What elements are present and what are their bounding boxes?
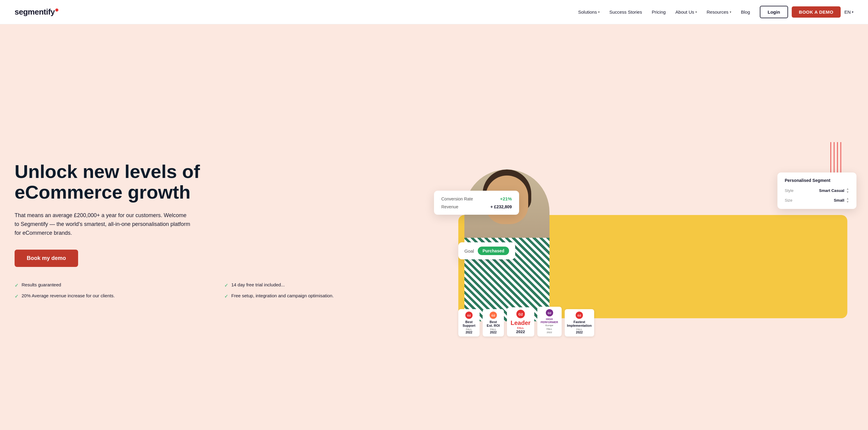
nav-item-blog[interactable]: Blog — [741, 9, 750, 14]
badge-best-roi-icon: G2 — [485, 311, 501, 320]
conversion-rate-card: Conversion Rate +21% Revenue + £232,809 — [434, 191, 519, 215]
segment-size-arrows: ▲▼ — [846, 197, 849, 203]
segment-style-row: Style Smart Casual ▲▼ — [785, 187, 849, 194]
chevron-down-icon: ▾ — [598, 10, 600, 14]
personalised-segment-card: Personalised Segment Style Smart Casual … — [777, 172, 857, 209]
badge-best-roi: G2 BestEst. ROI FALL 2022 — [483, 309, 504, 336]
badge-leader-fall: FALL — [510, 326, 531, 329]
nav-item-solutions[interactable]: Solutions ▾ — [578, 9, 600, 14]
badge-fastest-icon: G2 — [567, 311, 592, 320]
badge-leader: G2 Leader FALL 2022 — [507, 307, 534, 336]
revenue-row: Revenue + £232,809 — [441, 204, 512, 209]
badge-fastest-label: FastestImplementation — [567, 320, 592, 327]
badge-fastest-sub: FALL — [567, 328, 592, 331]
segment-size-label: Size — [785, 198, 792, 203]
check-icon-3: ✓ — [14, 293, 19, 299]
navbar: segmentify Solutions ▾ Success Stories P… — [0, 0, 868, 24]
logo-dot — [55, 8, 58, 11]
chevron-down-icon-resources: ▾ — [730, 10, 731, 14]
nav-link-pricing[interactable]: Pricing — [652, 9, 665, 14]
feature-item-4: ✓ Free setup, integration and campaign o… — [224, 293, 422, 299]
revenue-label: Revenue — [441, 204, 458, 209]
badge-best-support-label: BestSupport — [461, 320, 477, 327]
svg-text:G2: G2 — [467, 314, 471, 317]
goal-purchased-card: Goal Purchased — [458, 242, 515, 259]
logo[interactable]: segmentify — [14, 7, 58, 17]
badge-best-support: G2 BestSupport FALL 2022 — [458, 309, 479, 336]
badge-best-support-sub: FALL — [461, 328, 477, 331]
check-icon-2: ✓ — [224, 283, 228, 288]
svg-text:G2: G2 — [491, 314, 495, 317]
chevron-down-icon-lang: ▾ — [852, 10, 854, 14]
hero-section: Unlock new levels of eCommerce growth Th… — [0, 24, 868, 430]
svg-text:G2: G2 — [578, 314, 581, 317]
hero-headline: Unlock new levels of eCommerce growth — [14, 161, 422, 203]
language-label: EN — [844, 9, 851, 14]
hero-features-grid: ✓ Results guaranteed ✓ 14 day free trial… — [14, 282, 422, 299]
nav-link-success-stories[interactable]: Success Stories — [609, 9, 642, 14]
badge-best-roi-sub: FALL — [485, 328, 501, 331]
conversion-row: Conversion Rate +21% — [441, 196, 512, 201]
feature-item-2: ✓ 14 day free trial included... — [224, 282, 422, 288]
nav-actions: Login BOOK A DEMO EN ▾ — [760, 6, 854, 18]
segment-style-arrows: ▲▼ — [846, 187, 849, 194]
chevron-down-icon-about: ▾ — [695, 10, 697, 14]
badge-best-roi-year: 2022 — [485, 331, 501, 334]
nav-item-resources[interactable]: Resources ▾ — [707, 9, 731, 14]
segment-size-row: Size Small ▲▼ — [785, 197, 849, 203]
badge-hp-top-label: HighPerformer — [540, 318, 559, 324]
badge-hp-lines: EuropeFALL2022 — [540, 324, 559, 334]
segment-style-label: Style — [785, 188, 794, 193]
badge-best-support-icon: G2 — [461, 311, 477, 320]
badge-high-performer: G2 HighPerformer EuropeFALL2022 — [537, 307, 562, 336]
logo-text: segmentify — [14, 7, 58, 17]
segment-size-value: Small ▲▼ — [834, 197, 849, 203]
book-demo-nav-button[interactable]: BOOK A DEMO — [792, 6, 841, 18]
nav-item-success-stories[interactable]: Success Stories — [609, 9, 642, 14]
book-demo-hero-button[interactable]: Book my demo — [14, 250, 78, 267]
language-selector[interactable]: EN ▾ — [844, 9, 854, 14]
g2-badges-row: G2 BestSupport FALL 2022 G2 BestEst. ROI… — [458, 307, 854, 336]
goal-label: Goal — [464, 249, 474, 254]
badge-leader-icon: G2 — [510, 310, 531, 320]
nav-item-about-us[interactable]: About Us ▾ — [675, 9, 697, 14]
hero-content: Unlock new levels of eCommerce growth Th… — [14, 161, 434, 299]
svg-text:G2: G2 — [518, 312, 523, 316]
badge-leader-label: Leader — [510, 320, 531, 326]
nav-link-solutions[interactable]: Solutions ▾ — [578, 9, 600, 14]
nav-link-blog[interactable]: Blog — [741, 9, 750, 14]
segment-card-title: Personalised Segment — [785, 178, 849, 183]
conversion-label: Conversion Rate — [441, 196, 473, 201]
check-icon-1: ✓ — [14, 283, 19, 288]
feature-item-3: ✓ 20% Average revenue increase for our c… — [14, 293, 212, 299]
hero-subtext: That means an average £200,000+ a year f… — [14, 211, 191, 237]
feature-item-1: ✓ Results guaranteed — [14, 282, 212, 288]
badge-best-roi-label: BestEst. ROI — [485, 320, 501, 327]
login-button[interactable]: Login — [760, 6, 788, 18]
hero-visual: Personalised Segment Style Smart Casual … — [434, 124, 854, 336]
badge-fastest-impl: G2 FastestImplementation FALL 2022 — [565, 309, 594, 336]
badge-leader-year: 2022 — [510, 329, 531, 334]
badge-best-support-year: 2022 — [461, 331, 477, 334]
check-icon-4: ✓ — [224, 293, 228, 299]
nav-item-pricing[interactable]: Pricing — [652, 9, 665, 14]
conversion-value: +21% — [500, 196, 512, 201]
nav-links: Solutions ▾ Success Stories Pricing Abou… — [578, 9, 750, 14]
nav-link-resources[interactable]: Resources ▾ — [707, 9, 731, 14]
segment-style-value: Smart Casual ▲▼ — [819, 187, 849, 194]
svg-text:G2: G2 — [548, 311, 551, 315]
revenue-value: + £232,809 — [491, 204, 512, 209]
badge-fastest-year: 2022 — [567, 331, 592, 334]
purchased-badge: Purchased — [478, 246, 509, 255]
badge-hp-icon: G2 — [540, 309, 559, 318]
nav-link-about-us[interactable]: About Us ▾ — [675, 9, 697, 14]
